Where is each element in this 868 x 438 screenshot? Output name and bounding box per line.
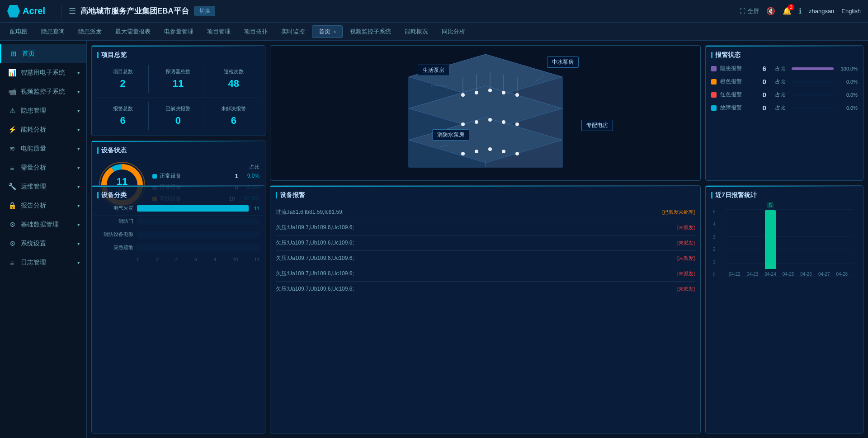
sidebar-label-ops: 运维管理: [21, 183, 46, 191]
alert-text: 欠压:Ua109.7,Ub109.6,Uc109.6;: [276, 270, 677, 278]
nav-tab-nengkuang[interactable]: 能耗概况: [398, 26, 434, 38]
chart-y-labels: 543210: [713, 209, 716, 277]
nav-tab-tongbi[interactable]: 同比分析: [435, 26, 472, 38]
stat-label: 探测器总数: [154, 68, 202, 75]
sidebar-label-video: 视频监控子系统: [21, 88, 65, 96]
logo: Acrel: [7, 5, 61, 18]
bar-top-value: 5: [767, 202, 774, 208]
nav-tab-shipin[interactable]: 视频监控子系统: [344, 26, 397, 38]
legend-right: 1 9.0%: [235, 173, 259, 179]
nav-tab-yinhuan-cha[interactable]: 隐患查询: [35, 26, 71, 38]
sidebar-item-log[interactable]: ≡ 日志管理 ▾: [0, 253, 86, 272]
grid-line: [725, 236, 853, 237]
nav-tab-xiangmu-tuo[interactable]: 项目拓扑: [238, 26, 274, 38]
tab-close-icon[interactable]: ×: [333, 29, 336, 34]
sidebar-arrow-smart-elec: ▾: [77, 70, 80, 76]
alarm-bar-track: [792, 67, 834, 70]
axis-label: 4: [175, 257, 178, 262]
sidebar-item-report[interactable]: 🔒 报告分析 ▾: [0, 196, 86, 215]
sidebar-item-smart-elec[interactable]: 📊 智慧用电子系统 ▾: [0, 63, 86, 82]
alert-status: [未派发]: [677, 240, 695, 246]
alarm-pct: 0.0%: [837, 79, 858, 85]
nav-tab-diancanshu[interactable]: 电参量管理: [158, 26, 200, 38]
nav-tabs: 配电图隐患查询隐患派发最大需量报表电参量管理项目管理项目拓扑实时监控首页 ×视频…: [0, 23, 868, 41]
svg-point-25: [461, 152, 465, 155]
alarm-status-title: 报警状态: [711, 51, 858, 59]
chart7day-panel: 近7日报警统计 54321004-2204-23504-2404-2504-26…: [705, 185, 863, 433]
sidebar-item-video[interactable]: 📹 视频监控子系统 ▾: [0, 82, 86, 101]
bar-row: 消防门: [97, 218, 259, 225]
sidebar-item-ops[interactable]: 🔧 运维管理 ▾: [0, 177, 86, 196]
sidebar-arrow-ops: ▾: [77, 184, 80, 190]
sidebar-icon-ops: 🔧: [8, 183, 16, 191]
alarm-count: 0: [763, 78, 772, 85]
logo-icon: [7, 5, 20, 18]
sidebar-item-basic-data[interactable]: ⚙ 基础数据管理 ▾: [0, 215, 86, 234]
language-button[interactable]: English: [841, 8, 861, 14]
alarm-dot: [711, 92, 717, 98]
bar-val: 11: [254, 206, 259, 211]
grid-line: [725, 277, 853, 277]
mute-button[interactable]: 🔇: [766, 7, 775, 15]
sidebar-item-home[interactable]: ⊞ 首页: [0, 44, 86, 63]
sidebar-item-system[interactable]: ⚙ 系统设置 ▾: [0, 234, 86, 253]
stat-box: 项目总数 2: [97, 65, 149, 93]
topbar: Acrel ☰ 高地城市服务产业集团EBA平台 切换 ⛶ 全屏 🔇 🔔 3 ℹ …: [0, 0, 868, 23]
right-col: 报警状态 隐患报警 6 占比 100.0% 橙色报警 0 占比 0.0% 红色报…: [705, 45, 863, 181]
nav-tab-xiangmu-guan[interactable]: 项目管理: [201, 26, 237, 38]
chart-bar-col: 5: [765, 210, 776, 269]
stat-label: 未解决报警: [210, 105, 258, 112]
nav-tab-zuida[interactable]: 最大需量报表: [109, 26, 157, 38]
chart-bar-item: 04-26: [800, 269, 812, 277]
sidebar-icon-hidden-danger: ⚠: [8, 107, 16, 115]
device-category-panel: 设备分类 电气火灾 11 消防门 消防设备电源 应急疏散: [91, 185, 265, 433]
alarm-count: 0: [763, 104, 772, 112]
sidebar-item-power-quality[interactable]: ≋ 电能质量 ▾: [0, 139, 86, 158]
sidebar-label-energy-analysis: 能耗分析: [21, 126, 46, 134]
alarm-pct-label: 占比: [775, 104, 785, 111]
stat-label: 巡检次数: [210, 68, 258, 75]
axis-label: 11: [255, 257, 259, 262]
notification-button[interactable]: 🔔 3: [783, 7, 792, 15]
alert-rows: 过流:Ia81.6,Ib81.59,Ic81.59; [已派发未处理] 欠压:U…: [276, 205, 695, 297]
sidebar-label-basic-data: 基础数据管理: [21, 221, 59, 229]
building-3d-svg: [373, 50, 599, 176]
sidebar-icon-smart-elec: 📊: [8, 69, 16, 77]
sidebar-arrow-video: ▾: [77, 89, 80, 95]
project-stats-top: 项目总数 2 探测器总数 11 巡检次数 48: [97, 65, 259, 93]
nav-tab-shishi[interactable]: 实时监控: [275, 26, 311, 38]
alert-row: 欠压:Ua109.7,Ub109.6,Uc109.6; [未派发]: [276, 251, 695, 266]
alarm-pct-label: 占比: [775, 65, 785, 72]
switch-button[interactable]: 切换: [194, 6, 215, 16]
sidebar-item-demand-analysis[interactable]: ≡ 需量分析 ▾: [0, 158, 86, 177]
fullscreen-icon: ⛶: [740, 8, 745, 14]
sidebar-item-energy-analysis[interactable]: ⚡ 能耗分析 ▾: [0, 120, 86, 139]
nav-tab-peitu[interactable]: 配电图: [4, 26, 34, 38]
grid-line: [725, 263, 853, 264]
project-stats-bottom: 报警总数 6 已解决报警 0 未解决报警 6: [97, 102, 259, 130]
alarm-count: 6: [763, 65, 772, 72]
device-status-title: 设备状态: [97, 146, 259, 155]
fullscreen-button[interactable]: ⛶ 全屏: [740, 7, 759, 15]
chart7day: 54321004-2204-23504-2404-2504-2604-2704-…: [711, 205, 858, 295]
sidebar-icon-basic-data: ⚙: [8, 221, 16, 229]
nav-tab-yinhuan-pai[interactable]: 隐患派发: [72, 26, 108, 38]
bar-label: 消防设备电源: [97, 231, 133, 238]
info-button[interactable]: ℹ: [799, 7, 802, 15]
room-label-3: 专配电房: [581, 120, 613, 131]
y-label: 2: [713, 247, 716, 252]
nav-tab-shouye[interactable]: 首页 ×: [312, 25, 343, 38]
alert-text: 过流:Ia81.6,Ib81.59,Ic81.59;: [276, 208, 662, 216]
notif-badge: 3: [788, 4, 794, 10]
svg-point-20: [461, 122, 465, 126]
bar-track: [137, 245, 259, 251]
room-label-2: 中水泵房: [547, 57, 579, 68]
alert-row: 欠压:Ua109.7,Ub109.6,Uc109.6; [未派发]: [276, 282, 695, 297]
alert-text: 欠压:Ua109.7,Ub109.6,Uc109.6;: [276, 239, 677, 247]
sidebar-arrow-energy-analysis: ▾: [77, 127, 80, 133]
bar-label: 消防门: [97, 218, 133, 225]
menu-toggle-icon[interactable]: ☰: [69, 6, 76, 16]
alarm-row: 隐患报警 6 占比 100.0%: [711, 65, 858, 72]
svg-point-24: [515, 122, 519, 126]
sidebar-item-hidden-danger[interactable]: ⚠ 隐患管理 ▾: [0, 101, 86, 120]
